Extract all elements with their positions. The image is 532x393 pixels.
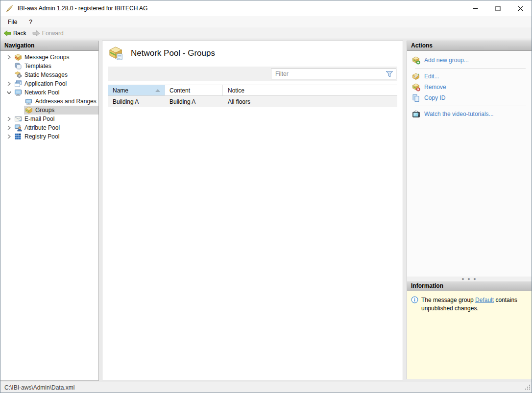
sidebar-item-email-pool[interactable]: E-mail Pool [0,115,98,123]
copy-id-icon [412,94,420,102]
window-title: IBI-aws Admin 1.28.0 - registered for IB… [18,5,147,12]
right-panel: Actions Add new group... Edit... Remove [407,41,532,379]
close-icon [518,6,523,11]
sidebar-item-label: Application Pool [24,80,67,87]
sidebar-item-label: Attribute Pool [24,124,60,131]
sidebar-item-registry-pool[interactable]: Registry Pool [0,132,98,141]
templates-icon [14,62,22,70]
addresses-and-ranges-icon [24,97,33,105]
sidebar-item-attribute-pool[interactable]: Attribute Pool [0,123,98,132]
navigation-panel: Navigation Message Groups Templates Stat… [0,41,99,381]
sidebar-item-label: E-mail Pool [24,116,54,122]
menu-item-help[interactable]: ? [24,17,37,27]
cell-content: Building A [165,98,223,105]
close-button[interactable] [509,0,532,16]
sort-ascending-icon [155,89,160,92]
table-header-row: Name Content Notice [108,85,397,96]
filter-icon[interactable] [386,70,393,79]
chevron-down-icon[interactable] [4,89,13,96]
remove-action[interactable]: Remove [410,82,529,92]
resize-grip-icon[interactable] [524,384,531,392]
information-header: Information [407,281,532,291]
chevron-right-icon[interactable] [4,53,13,61]
separator [415,68,526,69]
add-group-icon [412,56,420,64]
chevron-right-icon[interactable] [4,80,13,88]
groups-icon [24,106,33,114]
action-label: Copy ID [424,94,445,101]
data-file-path: C:\IBI-aws\Admin\Data.xml [4,384,74,391]
edit-action[interactable]: Edit... [410,71,529,82]
sidebar-item-network-pool[interactable]: Network Pool [0,88,98,97]
sidebar-item-label: Registry Pool [24,133,59,140]
chevron-right-icon[interactable] [4,124,13,132]
default-group-link[interactable]: Default [475,297,494,303]
attribute-pool-icon [14,124,22,132]
menu-bar: File ? [0,16,532,27]
actions-panel: Actions Add new group... Edit... Remove [407,41,532,277]
video-tutorials-icon [412,110,420,118]
separator [415,106,526,106]
table-row[interactable]: Building A Building A All floors [108,96,397,107]
toolbar: Back Forward [0,27,532,39]
information-panel: Information The message group Default co… [407,281,532,379]
navigation-header: Navigation [0,41,98,51]
filter-bar [108,67,397,81]
minimize-button[interactable] [464,0,486,16]
edit-group-icon [412,72,420,80]
action-label: Watch the video-tutorials... [424,111,494,117]
sidebar-item-templates[interactable]: Templates [0,62,98,70]
sidebar-item-groups[interactable]: Groups [0,106,98,115]
action-label: Add new group... [424,57,469,64]
maximize-button[interactable] [486,0,509,16]
email-pool-icon [14,115,22,123]
column-header-content[interactable]: Content [165,85,223,95]
information-message: The message group Default contains unpub… [421,296,525,379]
sidebar-item-label: Addresses and Ranges [35,98,97,105]
main-header: Network Pool - Groups [102,41,403,66]
forward-button[interactable]: Forward [30,29,67,38]
maximize-icon [495,6,501,11]
watch-video-tutorials-action[interactable]: Watch the video-tutorials... [410,109,529,119]
sidebar-item-application-pool[interactable]: Application Pool [0,79,98,88]
actions-header: Actions [407,41,532,51]
back-button[interactable]: Back [1,29,29,38]
network-pool-groups-icon [109,46,124,61]
forward-icon [32,30,40,37]
action-label: Remove [424,84,446,91]
content-area: Navigation Message Groups Templates Stat… [0,39,532,382]
column-header-notice[interactable]: Notice [223,85,397,95]
app-window: { "window": { "title": "IBI-aws Admin 1.… [0,0,532,393]
chevron-right-icon[interactable] [4,133,13,140]
application-pool-icon [14,80,22,88]
app-icon [5,4,14,13]
copy-id-action[interactable]: Copy ID [410,92,529,103]
forward-label: Forward [42,30,64,37]
column-header-name[interactable]: Name [108,85,165,95]
back-icon [3,30,11,37]
network-pool-icon [14,89,22,96]
back-label: Back [13,30,26,37]
sidebar-item-addresses-and-ranges[interactable]: Addresses and Ranges [0,97,98,106]
page-title: Network Pool - Groups [131,48,215,58]
selected-tree-item: Groups [24,106,98,115]
sidebar-item-message-groups[interactable]: Message Groups [0,53,98,62]
window-controls [464,0,532,16]
sidebar-item-label: Groups [35,107,54,114]
static-messages-icon [14,71,22,79]
main-panel: Network Pool - Groups Name Content [102,41,403,380]
panel-splitter[interactable]: ● ● ● [407,277,532,281]
filter-input[interactable] [271,69,396,79]
chevron-right-icon[interactable] [4,115,13,123]
navigation-tree: Message Groups Templates Static Messages… [0,51,98,141]
add-new-group-action[interactable]: Add new group... [410,55,529,66]
groups-table: Name Content Notice Building A Building … [108,85,397,107]
sidebar-item-label: Network Pool [24,89,59,96]
title-bar: IBI-aws Admin 1.28.0 - registered for IB… [0,0,532,16]
sidebar-item-static-messages[interactable]: Static Messages [0,70,98,79]
registry-pool-icon [14,133,22,140]
cell-notice: All floors [223,98,397,105]
menu-item-file[interactable]: File [3,17,22,27]
cell-name: Building A [108,98,165,105]
sidebar-item-label: Static Messages [24,71,68,78]
